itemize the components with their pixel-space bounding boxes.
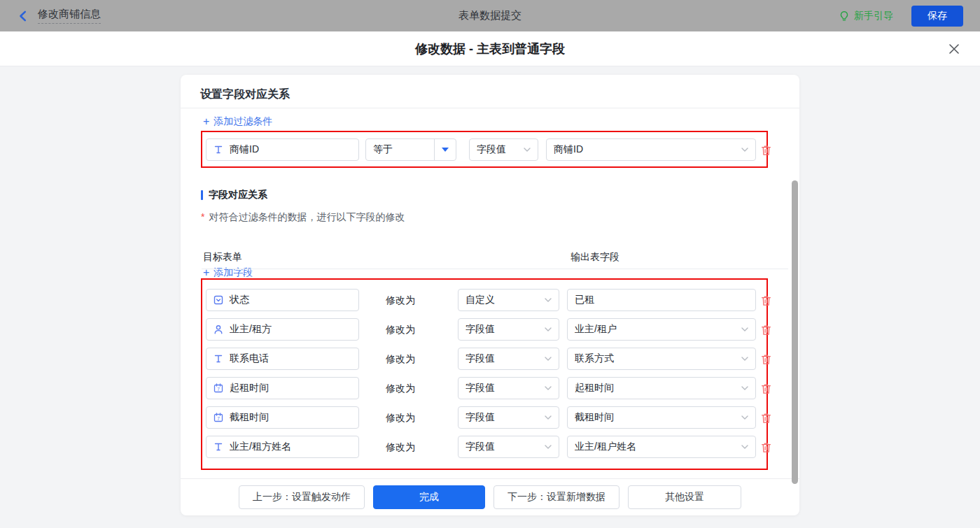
chevron-down-icon [741,386,748,390]
chevron-down-icon [741,327,748,331]
caret-down-icon [442,148,449,152]
back-label: 修改商铺信息 [38,8,101,24]
filter-field-input[interactable]: 商铺ID [206,138,359,161]
output-field-select[interactable]: 业主/租户 [567,318,756,341]
mapping-row: 状态 修改为 自定义 已租 [202,289,766,311]
modify-to-label: 修改为 [386,289,415,311]
chevron-down-icon [545,445,552,449]
delete-row-button[interactable] [761,383,774,395]
close-icon [949,44,959,54]
section-accent-bar [201,190,203,200]
required-mark: * [201,211,204,222]
filter-operator-select[interactable]: 等于 [365,138,456,161]
chevron-down-icon [545,415,552,420]
trash-icon [761,413,771,424]
operator-caret[interactable] [434,139,456,160]
value-type-select[interactable]: 自定义 [458,289,559,311]
card-footer: 上一步：设置触发动作 完成 下一步：设置新增数据 其他设置 [181,478,799,515]
text-field-icon [214,354,223,364]
value-type-select[interactable]: 字段值 [458,318,559,341]
chevron-down-icon [545,298,552,302]
highlight-box-mapping: 状态 修改为 自定义 已租 业主/租方 修改为 字段 [201,278,768,470]
back-button[interactable]: 修改商铺信息 [17,8,101,24]
save-button[interactable]: 保存 [911,6,963,27]
divider [202,269,788,269]
delete-row-button[interactable] [761,353,774,366]
delete-filter-button[interactable] [761,144,774,157]
scrollbar-thumb[interactable] [792,180,798,484]
field-mapping-card: 设置字段对应关系 + 添加过滤条件 商铺ID 等于 字段值 商铺ID [181,75,799,515]
modal-title: 修改数据 - 主表到普通字段 [415,41,565,57]
output-value-input[interactable]: 已租 [567,289,756,311]
mapping-row: 联系电话 修改为 字段值 联系方式 [202,348,766,370]
trash-icon [761,145,771,156]
value-type-select[interactable]: 字段值 [458,436,559,458]
modify-to-label: 修改为 [386,406,415,429]
chevron-down-icon [741,357,748,361]
column-header-target: 目标表单 [203,251,242,264]
text-field-icon [214,145,223,155]
value-type-select[interactable]: 字段值 [458,348,559,370]
filter-value-type-select[interactable]: 字段值 [469,138,538,161]
plus-icon: + [203,268,209,278]
card-title: 设置字段对应关系 [181,75,799,108]
chevron-down-icon [545,386,552,390]
modify-to-label: 修改为 [386,318,415,341]
output-field-select[interactable]: 起租时间 [567,377,756,399]
mapping-row: 业主/租方姓名 修改为 字段值 业主/租户姓名 [202,436,766,458]
date-field-icon [214,383,223,393]
app-title: 表单数据提交 [0,9,980,22]
value-type-select[interactable]: 字段值 [458,406,559,429]
mapping-row: 起租时间 修改为 字段值 起租时间 [202,377,766,399]
target-field-input[interactable]: 业主/租方 [206,318,359,341]
mapping-row: 截租时间 修改为 字段值 截租时间 [202,406,766,429]
other-settings-button[interactable]: 其他设置 [628,485,741,509]
text-field-icon [214,442,223,452]
delete-row-button[interactable] [761,324,774,336]
select-field-icon [214,295,223,305]
lightbulb-icon [839,10,850,22]
mapping-row: 业主/租方 修改为 字段值 业主/租户 [202,318,766,341]
output-field-select[interactable]: 截租时间 [567,406,756,429]
value-type-select[interactable]: 字段值 [458,377,559,399]
modal-header: 修改数据 - 主表到普通字段 [0,31,980,66]
mapping-description: *对符合过滤条件的数据，进行以下字段的修改 [201,211,405,224]
delete-row-button[interactable] [761,412,774,424]
target-field-input[interactable]: 状态 [206,289,359,311]
output-field-select[interactable]: 联系方式 [567,348,756,370]
trash-icon [761,442,771,453]
chevron-down-icon [741,445,748,449]
modify-to-label: 修改为 [386,377,415,399]
filter-field-value: 商铺ID [230,143,259,156]
modify-to-label: 修改为 [386,348,415,370]
person-field-icon [214,324,223,334]
output-field-select[interactable]: 业主/租户姓名 [567,436,756,458]
next-step-button[interactable]: 下一步：设置新增数据 [493,485,620,509]
filter-value-select[interactable]: 商铺ID [546,138,756,161]
topbar: 修改商铺信息 表单数据提交 新手引导 保存 [0,0,980,31]
close-button[interactable] [948,42,962,56]
value-type: 字段值 [477,143,506,156]
target-field-input[interactable]: 业主/租方姓名 [206,436,359,458]
target-field-input[interactable]: 截租时间 [206,406,359,429]
guide-label: 新手引导 [854,10,893,22]
trash-icon [761,324,771,336]
back-chevron-icon [17,10,29,22]
beginner-guide-link[interactable]: 新手引导 [839,10,893,22]
trash-icon [761,354,771,365]
highlight-box-filter: 商铺ID 等于 字段值 商铺ID [201,131,768,168]
delete-row-button[interactable] [761,294,774,307]
chevron-down-icon [545,357,552,361]
date-field-icon [214,413,223,422]
add-filter-link[interactable]: + 添加过滤条件 [203,115,272,128]
operator-value: 等于 [366,143,434,156]
chevron-down-icon [741,148,748,152]
target-field-input[interactable]: 起租时间 [206,377,359,399]
delete-row-button[interactable] [761,441,774,454]
column-header-output: 输出表字段 [570,251,620,264]
target-field-input[interactable]: 联系电话 [206,348,359,370]
done-button[interactable]: 完成 [373,485,485,509]
mapping-section-title: 字段对应关系 [201,189,267,201]
chevron-down-icon [545,327,552,331]
prev-step-button[interactable]: 上一步：设置触发动作 [239,485,365,509]
